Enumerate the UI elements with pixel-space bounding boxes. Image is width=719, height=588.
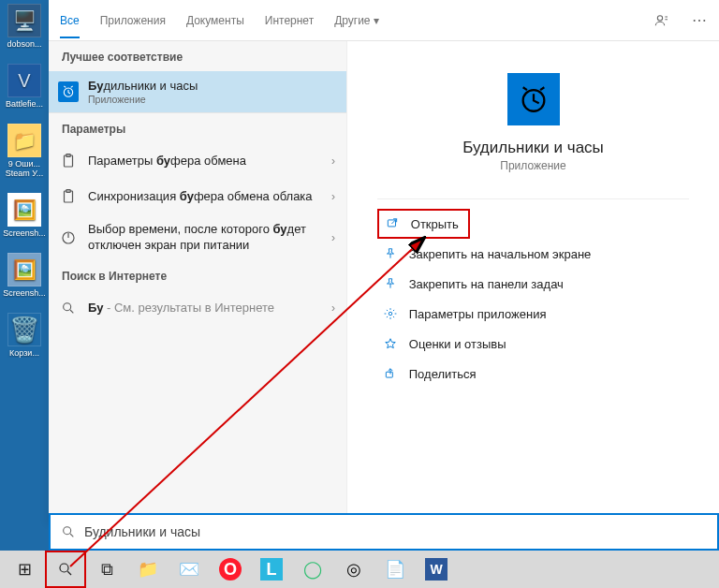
mail-icon: ✉️ <box>179 559 199 580</box>
tab-all[interactable]: Все <box>60 3 80 38</box>
action-open[interactable]: Открыть <box>377 209 470 239</box>
taskbar-mail[interactable]: ✉️ <box>169 551 210 588</box>
desktop-icon[interactable]: 🖼️Screensh... <box>2 253 47 298</box>
app-actions: Открыть Закрепить на начальном экране За… <box>377 209 689 389</box>
desktop-icon-label: 9 Оши... Steam У... <box>2 159 47 178</box>
opera-icon: O <box>219 558 242 581</box>
more-icon[interactable]: ⋯ <box>691 12 708 29</box>
search-box[interactable] <box>49 513 719 551</box>
result-title: Бу - См. результаты в Интернете <box>88 301 322 316</box>
desktop-icon-glyph: V <box>7 64 41 97</box>
action-pin-taskbar[interactable]: Закрепить на панели задач <box>377 269 689 299</box>
result-title: Параметры буфера обмена <box>88 154 322 169</box>
results-list: Лучшее соответствие Будильники и часы Пр… <box>49 41 346 524</box>
svg-rect-11 <box>386 372 392 377</box>
open-icon <box>385 216 400 231</box>
pin-icon <box>383 246 398 261</box>
result-settings-clipboard-sync[interactable]: Синхронизация буфера обмена облака › <box>49 179 346 214</box>
search-icon <box>58 298 79 318</box>
folder-icon: 📁 <box>7 124 41 157</box>
taskbar-chrome[interactable]: ◎ <box>333 551 374 588</box>
taskbar-search-button[interactable] <box>45 551 86 588</box>
desktop-icon[interactable]: VBattlefie... <box>2 64 47 109</box>
taskbar-opera[interactable]: O <box>210 551 251 588</box>
alarm-clock-icon <box>58 81 79 102</box>
taskbar-app-l[interactable]: L <box>251 551 292 588</box>
action-label: Поделиться <box>409 367 477 381</box>
desktop-icon[interactable]: 🖼️Screensh... <box>2 193 47 238</box>
tab-documents[interactable]: Документы <box>186 3 244 38</box>
section-best-match: Лучшее соответствие <box>49 41 346 71</box>
star-icon <box>383 336 398 351</box>
chevron-right-icon: › <box>331 301 335 315</box>
desktop-icon[interactable]: 📁9 Оши... Steam У... <box>2 124 47 178</box>
search-input[interactable] <box>84 524 708 539</box>
chevron-right-icon: › <box>331 154 335 168</box>
taskbar-orb[interactable]: ◯ <box>292 551 333 588</box>
desktop-icon-label: dobson... <box>2 39 47 49</box>
action-share[interactable]: Поделиться <box>377 359 689 389</box>
desktop-icon[interactable]: 🗑️Корзи... <box>2 313 47 358</box>
word-icon: W <box>425 558 448 581</box>
result-settings-power[interactable]: Выбор времени, после которого будет откл… <box>49 214 346 260</box>
taskbar: ⊞ ⧉ 📁 ✉️ O L ◯ ◎ 📄 W <box>0 551 719 588</box>
image-icon: 🖼️ <box>7 253 41 287</box>
svg-point-10 <box>389 312 392 316</box>
search-tabs: Все Приложения Документы Интернет Другие… <box>49 0 719 41</box>
folder-icon: 📁 <box>138 559 158 580</box>
recycle-bin-icon: 🗑️ <box>7 313 41 346</box>
taskbar-word[interactable]: W <box>416 551 457 588</box>
alarm-clock-icon <box>518 83 550 115</box>
action-label: Оценки и отзывы <box>409 337 506 351</box>
svg-point-0 <box>657 15 662 20</box>
pin-icon <box>383 276 398 291</box>
app-type: Приложение <box>500 159 565 172</box>
desktop-icon-glyph: 🖥️ <box>7 4 41 37</box>
svg-point-12 <box>64 527 71 535</box>
taskbar-explorer[interactable]: 📁 <box>127 551 169 588</box>
action-pin-start[interactable]: Закрепить на начальном экране <box>377 239 689 269</box>
details-pane: Будильники и часы Приложение Открыть Зак… <box>346 41 719 524</box>
tab-more[interactable]: Другие ▾ <box>334 3 379 38</box>
start-button[interactable]: ⊞ <box>4 551 45 588</box>
chevron-right-icon: › <box>331 231 335 244</box>
gear-icon <box>383 306 398 321</box>
orb-icon: ◯ <box>303 559 322 580</box>
desktop-icon-label: Screensh... <box>2 228 47 238</box>
action-label: Открыть <box>411 217 459 231</box>
app-tile <box>507 73 560 125</box>
action-label: Параметры приложения <box>409 307 547 321</box>
result-web-search[interactable]: Бу - См. результаты в Интернете › <box>49 290 346 326</box>
result-title: Синхронизация буфера обмена облака <box>88 189 322 204</box>
clipboard-icon <box>58 186 79 207</box>
result-title: Выбор времени, после которого будет откл… <box>88 222 322 253</box>
tab-apps[interactable]: Приложения <box>100 3 166 38</box>
app-icon: L <box>260 558 283 581</box>
section-settings: Параметры <box>49 113 346 143</box>
taskview-icon: ⧉ <box>101 560 113 580</box>
desktop-icon-label: Корзи... <box>2 348 47 358</box>
chrome-icon: ◎ <box>346 559 361 580</box>
document-icon: 📄 <box>385 559 405 580</box>
feedback-icon[interactable] <box>653 12 670 29</box>
desktop: 🖥️dobson... VBattlefie... 📁9 Оши... Stea… <box>0 0 49 524</box>
windows-icon: ⊞ <box>18 559 32 580</box>
result-best-match[interactable]: Будильники и часы Приложение <box>49 71 346 112</box>
task-view-button[interactable]: ⧉ <box>86 551 127 588</box>
result-settings-clipboard[interactable]: Параметры буфера обмена › <box>49 143 346 179</box>
result-subtitle: Приложение <box>88 94 335 105</box>
taskbar-doc[interactable]: 📄 <box>374 551 416 588</box>
power-icon <box>58 228 79 248</box>
desktop-icon-label: Screensh... <box>2 288 47 298</box>
action-label: Закрепить на панели задач <box>409 277 564 291</box>
svg-point-13 <box>60 564 68 572</box>
action-reviews[interactable]: Оценки и отзывы <box>377 329 689 359</box>
tab-web[interactable]: Интернет <box>265 3 314 38</box>
desktop-icon[interactable]: 🖥️dobson... <box>2 4 47 49</box>
svg-point-7 <box>64 302 71 310</box>
desktop-icon-label: Battlefie... <box>2 99 47 109</box>
search-icon <box>57 561 74 578</box>
search-icon <box>60 523 77 540</box>
chevron-right-icon: › <box>331 190 335 203</box>
action-app-settings[interactable]: Параметры приложения <box>377 299 689 329</box>
